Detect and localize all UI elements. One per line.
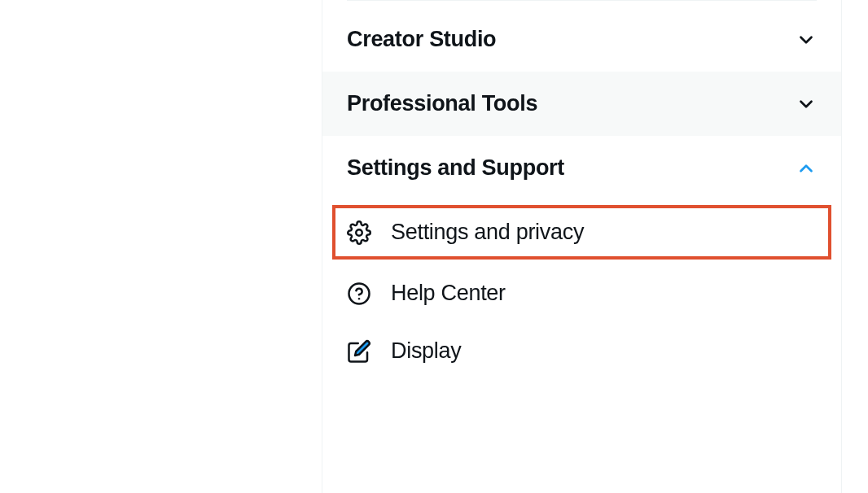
menu-label-display: Display	[391, 338, 461, 364]
menu-item-display[interactable]: Display	[322, 322, 841, 380]
section-title-professional-tools: Professional Tools	[347, 91, 537, 116]
chevron-up-icon	[796, 158, 817, 179]
right-empty-space	[842, 0, 868, 493]
gear-icon	[347, 220, 371, 245]
menu-item-settings-privacy[interactable]: Settings and privacy	[332, 205, 831, 260]
menu-label-help-center: Help Center	[391, 281, 506, 306]
section-title-creator-studio: Creator Studio	[347, 27, 496, 52]
question-icon	[347, 281, 371, 306]
divider	[347, 0, 817, 1]
svg-point-0	[356, 229, 362, 236]
section-professional-tools[interactable]: Professional Tools	[322, 72, 841, 136]
menu-label-settings-privacy: Settings and privacy	[391, 220, 584, 245]
section-title-settings-support: Settings and Support	[347, 155, 564, 181]
section-settings-support[interactable]: Settings and Support	[322, 136, 841, 200]
section-creator-studio[interactable]: Creator Studio	[322, 7, 841, 72]
menu-item-help-center[interactable]: Help Center	[322, 264, 841, 322]
edit-icon	[347, 339, 371, 364]
left-empty-space	[0, 0, 322, 493]
chevron-down-icon	[796, 94, 817, 115]
settings-menu-panel: Creator Studio Professional Tools Settin…	[322, 0, 842, 493]
chevron-down-icon	[796, 29, 817, 50]
